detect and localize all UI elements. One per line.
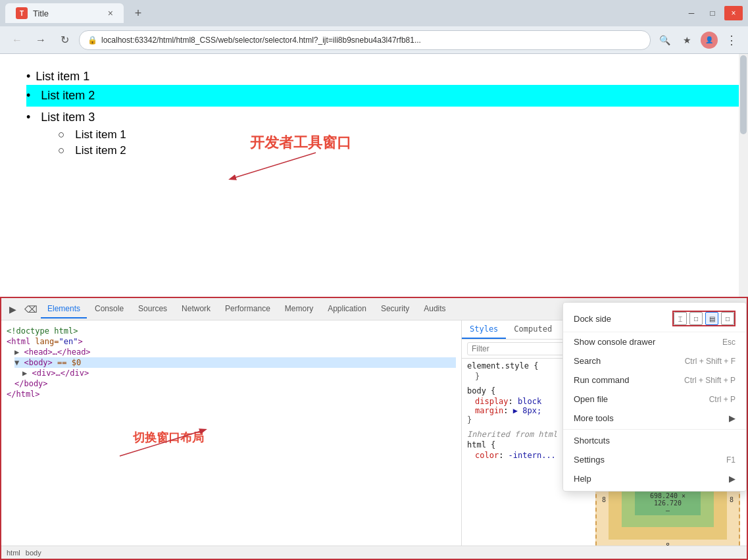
- undock-icon[interactable]: □: [721, 312, 734, 325]
- status-body[interactable]: body: [26, 549, 41, 557]
- dom-line-div[interactable]: ▶ <div>…</div>: [22, 368, 456, 378]
- menu-item-more-tools[interactable]: More tools ▶: [563, 409, 746, 428]
- styles-tab-styles[interactable]: Styles: [462, 320, 506, 339]
- menu-item-more-tools-label: More tools: [574, 413, 614, 423]
- dom-line-body-close: </body>: [14, 378, 456, 389]
- window-controls: ─ □ ×: [682, 6, 743, 20]
- color-prop: color: [475, 451, 499, 460]
- list-item-3-text: List item 3: [41, 111, 95, 124]
- status-html[interactable]: html: [7, 549, 20, 557]
- menu-item-help[interactable]: Help ▶: [563, 469, 746, 488]
- tab-network[interactable]: Network: [175, 300, 217, 318]
- dock-side-icons: ⌶ □ ▤ □: [672, 311, 736, 326]
- list-item-3-row: • List item 3: [26, 108, 722, 127]
- tab-memory[interactable]: Memory: [278, 300, 320, 318]
- url-text: localhost:63342/html/html8_CSS/web/selec…: [101, 36, 642, 45]
- dom-line-html[interactable]: <html lang="en">: [7, 336, 456, 347]
- menu-item-show-console-label: Show console drawer: [574, 337, 655, 347]
- back-button[interactable]: ←: [8, 31, 26, 49]
- bullet-icon-3: •: [26, 111, 30, 124]
- menu-item-search[interactable]: Search Ctrl + Shift + F: [563, 351, 746, 370]
- bullet-icon: •: [26, 70, 30, 84]
- menu-item-open-file[interactable]: Open file Ctrl + P: [563, 390, 746, 409]
- close-button[interactable]: ×: [724, 6, 743, 20]
- menu-item-show-console[interactable]: Show console drawer Esc: [563, 332, 746, 351]
- expand-body-arrow[interactable]: ▼: [14, 358, 24, 367]
- dock-right-icon[interactable]: ▤: [705, 312, 718, 325]
- color-val: -intern...: [509, 451, 556, 460]
- select-element-button[interactable]: ▶: [4, 301, 21, 318]
- dock-left-icon[interactable]: ⌶: [674, 312, 687, 325]
- dom-line-body[interactable]: ▼ <body> == $0: [14, 357, 456, 368]
- browser-menu-button[interactable]: ⋮: [723, 30, 740, 50]
- browser-window: T Title × + ─ □ × ← → ↻ 🔒 localhost:6334…: [0, 0, 748, 560]
- browser-tab[interactable]: T Title ×: [5, 3, 124, 23]
- tab-sources[interactable]: Sources: [132, 300, 174, 318]
- sub-list-item-2-text: List item 2: [75, 144, 126, 157]
- menu-item-run-command[interactable]: Run command Ctrl + Shift + P: [563, 370, 746, 390]
- list-item-1-text: List item 1: [36, 70, 89, 84]
- more-tools-arrow-icon: ▶: [729, 413, 736, 423]
- device-toolbar-button[interactable]: ⌫: [22, 301, 39, 318]
- tab-audits[interactable]: Audits: [417, 300, 452, 318]
- dom-line-head[interactable]: ▶ <head>…</head>: [14, 347, 456, 357]
- sub-bullet-2: ○: [58, 144, 64, 157]
- display-prop: display: [475, 397, 509, 406]
- page-content: • List item 1 • List item 2 • List item …: [0, 54, 748, 297]
- menu-item-shortcuts[interactable]: Shortcuts: [563, 431, 746, 450]
- tab-console[interactable]: Console: [88, 300, 130, 318]
- sub-list: ○ List item 1 ○ List item 2: [58, 127, 722, 159]
- dom-panel: <!doctype html> <html lang="en"> ▶ <head…: [1, 320, 462, 559]
- margin-val: ▶ 8px;: [513, 406, 541, 415]
- tab-elements[interactable]: Elements: [41, 300, 87, 318]
- address-bar: ← → ↻ 🔒 localhost:63342/html/html8_CSS/w…: [0, 26, 748, 54]
- context-menu-dock-header: Dock side ⌶ □ ▤ □: [563, 305, 746, 332]
- list-item-2-text: List item 2: [36, 89, 95, 103]
- help-arrow-icon: ▶: [729, 474, 736, 484]
- sub-list-item-1-text: List item 1: [75, 128, 126, 141]
- menu-item-run-command-shortcut: Ctrl + Shift + P: [684, 376, 736, 385]
- maximize-button[interactable]: □: [703, 6, 722, 20]
- scrollbar-thumb[interactable]: [740, 55, 747, 134]
- menu-item-open-file-label: Open file: [574, 394, 608, 404]
- margin-prop: margin: [475, 406, 503, 415]
- context-menu: Dock side ⌶ □ ▤ □ Show console drawer Es…: [562, 302, 747, 492]
- devtools-annotation-label: 开发者工具窗口: [250, 133, 351, 153]
- bullet-icon-2: •: [26, 89, 30, 103]
- page-scrollbar[interactable]: [739, 54, 748, 297]
- menu-item-settings-label: Settings: [574, 455, 605, 465]
- display-val: block: [518, 397, 541, 406]
- tab-title: Title: [33, 9, 49, 18]
- dom-tag-html: <html: [7, 337, 35, 346]
- menu-item-open-file-shortcut: Ctrl + P: [709, 395, 736, 404]
- title-bar: T Title × + ─ □ ×: [0, 0, 748, 26]
- dock-bottom-icon[interactable]: □: [689, 312, 703, 325]
- sub-list-item-2: ○ List item 2: [58, 143, 722, 159]
- tab-close-button[interactable]: ×: [108, 8, 113, 18]
- minimize-button[interactable]: ─: [682, 6, 701, 20]
- bookmark-button[interactable]: ★: [678, 32, 695, 49]
- tab-application[interactable]: Application: [321, 300, 373, 318]
- reload-button[interactable]: ↻: [55, 31, 74, 49]
- sub-bullet-1: ○: [58, 128, 64, 141]
- devtools-panel: ▶ ⌫ Elements Console Sources Network Per…: [0, 297, 748, 560]
- new-tab-button[interactable]: +: [129, 4, 147, 22]
- list-item: • List item 1: [26, 67, 722, 86]
- search-button[interactable]: 🔍: [656, 32, 673, 49]
- page-list: • List item 1 • List item 2 • List item …: [26, 67, 722, 127]
- menu-item-settings[interactable]: Settings F1: [563, 450, 746, 469]
- dom-line-doctype: <!doctype html>: [7, 326, 456, 336]
- list-item-2-row: • List item 2: [26, 86, 722, 105]
- dom-line-html-close: </html>: [7, 389, 456, 399]
- sub-list-item-1: ○ List item 1: [58, 127, 722, 143]
- styles-tab-computed[interactable]: Computed: [506, 320, 560, 339]
- collapse-head-arrow[interactable]: ▶: [14, 347, 24, 357]
- dock-side-label: Dock side: [574, 314, 611, 324]
- menu-item-search-label: Search: [574, 356, 601, 366]
- profile-button[interactable]: 👤: [701, 32, 718, 49]
- tab-performance[interactable]: Performance: [218, 300, 277, 318]
- forward-button[interactable]: →: [32, 31, 50, 49]
- tab-security[interactable]: Security: [374, 300, 416, 318]
- menu-item-search-shortcut: Ctrl + Shift + F: [685, 357, 736, 366]
- url-bar[interactable]: 🔒 localhost:63342/html/html8_CSS/web/sel…: [79, 30, 651, 50]
